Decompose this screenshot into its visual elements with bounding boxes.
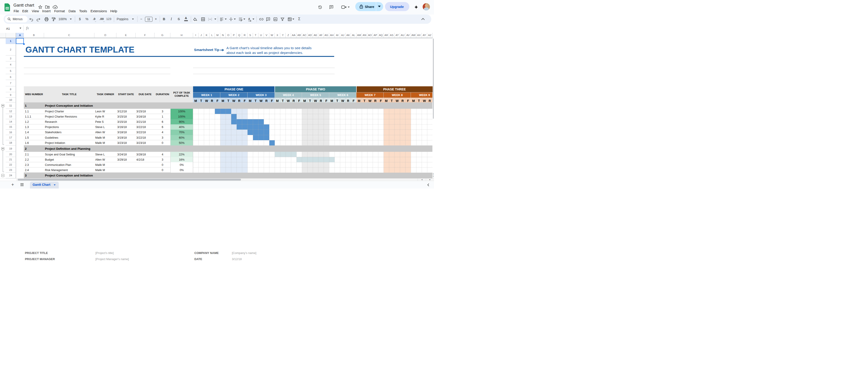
svg-text:A: A	[248, 18, 250, 21]
